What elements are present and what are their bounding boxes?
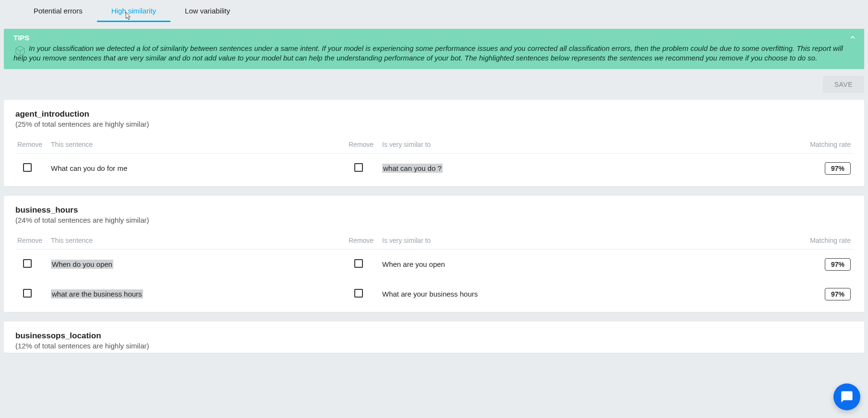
tips-collapse-icon[interactable] xyxy=(849,34,856,43)
tips-title: TIPS xyxy=(13,34,845,42)
matching-rate-badge: 97% xyxy=(825,162,851,175)
table-row: what are the business hoursWhat are your… xyxy=(15,279,853,309)
matching-rate-badge: 97% xyxy=(825,258,851,271)
sentence-left: what are the business hours xyxy=(49,279,347,309)
similarity-table: RemoveThis sentenceRemoveIs very similar… xyxy=(15,137,853,183)
intent-subtitle: (24% of total sentences are highly simil… xyxy=(15,216,853,224)
cube-icon xyxy=(14,45,26,57)
table-header: Remove xyxy=(15,233,49,250)
remove-checkbox-right[interactable] xyxy=(354,259,363,268)
sentence-right: When are you open xyxy=(380,249,800,279)
table-header: Remove xyxy=(347,137,380,154)
table-header: Remove xyxy=(347,233,380,250)
tab-potential-errors[interactable]: Potential errors xyxy=(19,0,97,22)
remove-checkbox-right[interactable] xyxy=(354,163,363,172)
tabs-bar: Potential errors High similarity Low var… xyxy=(0,0,868,22)
sentence-right: what can you do ? xyxy=(380,153,800,183)
table-header: Is very similar to xyxy=(380,233,800,250)
table-header: Matching rate xyxy=(800,233,853,250)
table-row: What can you do for mewhat can you do ?9… xyxy=(15,153,853,183)
sentence-left: When do you open xyxy=(49,249,347,279)
sentence-right: What are your business hours xyxy=(380,279,800,309)
tips-body: In your classification we detected a lot… xyxy=(13,44,845,63)
chat-launcher[interactable] xyxy=(833,383,860,410)
intent-cards: agent_introduction(25% of total sentence… xyxy=(0,100,868,353)
table-header: Matching rate xyxy=(800,137,853,154)
intent-card: businessops_location(12% of total senten… xyxy=(4,322,864,353)
tab-low-variability[interactable]: Low variability xyxy=(170,0,244,22)
sentence-left: What can you do for me xyxy=(49,153,347,183)
table-header: This sentence xyxy=(49,233,347,250)
table-header: Is very similar to xyxy=(380,137,800,154)
similarity-table: RemoveThis sentenceRemoveIs very similar… xyxy=(15,233,853,309)
intent-subtitle: (25% of total sentences are highly simil… xyxy=(15,120,853,128)
table-row: When do you openWhen are you open97% xyxy=(15,249,853,279)
table-header: Remove xyxy=(15,137,49,154)
save-button[interactable]: SAVE xyxy=(823,76,864,93)
intent-name: agent_introduction xyxy=(15,109,853,119)
intent-subtitle: (12% of total sentences are highly simil… xyxy=(15,342,853,350)
tips-banner: TIPS In your classification we detected … xyxy=(4,29,864,69)
table-header: This sentence xyxy=(49,137,347,154)
remove-checkbox-left[interactable] xyxy=(23,289,32,298)
save-row: SAVE xyxy=(0,69,868,100)
remove-checkbox-left[interactable] xyxy=(23,163,32,172)
intent-card: agent_introduction(25% of total sentence… xyxy=(4,100,864,186)
tab-high-similarity[interactable]: High similarity xyxy=(97,0,170,22)
intent-card: business_hours(24% of total sentences ar… xyxy=(4,196,864,312)
remove-checkbox-left[interactable] xyxy=(23,259,32,268)
chat-icon xyxy=(840,390,854,404)
intent-name: businessops_location xyxy=(15,331,853,341)
intent-name: business_hours xyxy=(15,205,853,215)
matching-rate-badge: 97% xyxy=(825,288,851,300)
remove-checkbox-right[interactable] xyxy=(354,289,363,298)
